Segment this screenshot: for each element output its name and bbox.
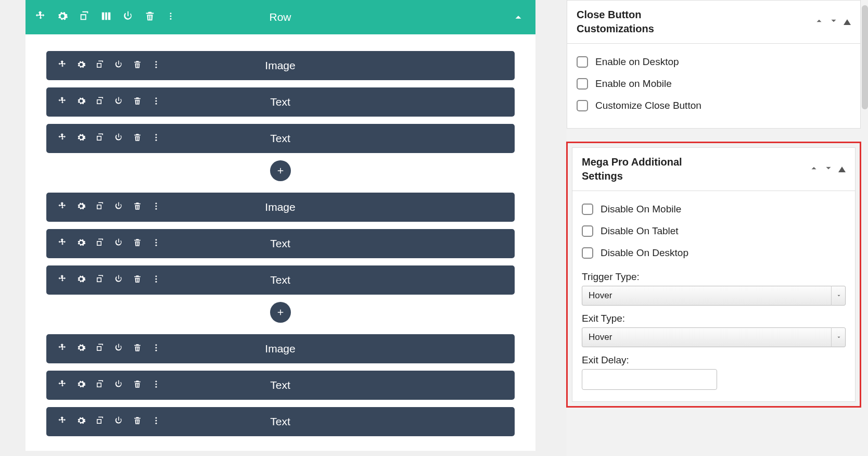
gear-icon[interactable] [76,238,86,249]
duplicate-icon[interactable] [95,238,105,249]
power-icon[interactable] [114,60,123,71]
checkbox[interactable] [577,56,588,68]
content-block[interactable]: Image [46,51,515,80]
gear-icon[interactable] [76,416,86,427]
gear-icon[interactable] [76,379,86,391]
power-icon[interactable] [114,274,123,286]
scrollbar[interactable] [862,5,868,109]
gear-icon[interactable] [76,96,86,108]
block-toolbar [58,274,161,286]
duplicate-icon[interactable] [95,201,105,213]
chevron-down-icon[interactable] [829,16,838,28]
move-icon[interactable] [58,238,67,249]
content-block[interactable]: Image [46,193,515,222]
trash-icon[interactable] [133,416,142,427]
duplicate-icon[interactable] [95,416,105,427]
block-toolbar [58,416,161,427]
content-block[interactable]: Text [46,87,515,117]
content-block[interactable]: Text [46,371,515,400]
chevron-down-icon[interactable] [824,163,833,175]
move-icon[interactable] [35,10,46,24]
duplicate-icon[interactable] [95,379,105,391]
duplicate-icon[interactable] [95,133,105,144]
trash-icon[interactable] [133,379,142,391]
collapse-button[interactable] [513,11,524,23]
move-icon[interactable] [58,379,67,391]
gear-icon[interactable] [76,133,86,144]
columns-icon[interactable] [100,10,112,24]
move-icon[interactable] [58,343,67,354]
move-icon[interactable] [58,96,67,108]
checkbox-row: Enable on Desktop [577,51,851,73]
checkbox[interactable] [582,247,593,259]
trash-icon[interactable] [133,133,142,144]
trash-icon[interactable] [133,60,142,71]
checkbox[interactable] [582,204,593,215]
trash-icon[interactable] [144,10,156,24]
move-icon[interactable] [58,416,67,427]
more-icon[interactable] [166,11,175,23]
power-icon[interactable] [114,133,123,144]
trash-icon[interactable] [133,343,142,354]
exit-type-select[interactable]: Hover [582,327,846,347]
power-icon[interactable] [114,343,123,354]
trigger-type-select[interactable]: Hover [582,286,846,306]
trash-icon[interactable] [133,96,142,108]
power-icon[interactable] [122,10,134,24]
power-icon[interactable] [114,201,123,213]
gear-icon[interactable] [76,201,86,213]
gear-icon[interactable] [76,274,86,286]
power-icon[interactable] [114,238,123,249]
trash-icon[interactable] [133,201,142,213]
content-block[interactable]: Image [46,334,515,363]
panel-header[interactable]: Close Button Customizations [567,1,860,44]
row-body: ImageTextTextImageTextTextImageTextText [25,34,535,451]
content-block[interactable]: Text [46,265,515,295]
more-icon[interactable] [151,274,161,286]
more-icon[interactable] [151,133,161,144]
move-icon[interactable] [58,133,67,144]
gear-icon[interactable] [57,10,68,24]
trash-icon[interactable] [133,274,142,286]
more-icon[interactable] [151,238,161,249]
move-icon[interactable] [58,201,67,213]
power-icon[interactable] [114,416,123,427]
collapse-triangle-icon[interactable] [844,19,851,25]
move-icon[interactable] [58,274,67,286]
content-block[interactable]: Text [46,407,515,436]
more-icon[interactable] [151,201,161,213]
checkbox[interactable] [577,78,588,90]
more-icon[interactable] [151,96,161,108]
duplicate-icon[interactable] [95,96,105,108]
duplicate-icon[interactable] [95,343,105,354]
duplicate-icon[interactable] [95,274,105,286]
trash-icon[interactable] [133,238,142,249]
select-value: Hover [582,327,846,347]
power-icon[interactable] [114,96,123,108]
add-block-button[interactable] [270,302,291,323]
duplicate-icon[interactable] [95,60,105,71]
duplicate-icon[interactable] [79,10,90,24]
more-icon[interactable] [151,343,161,354]
svg-point-17 [155,245,157,246]
more-icon[interactable] [151,379,161,391]
block-title: Image [265,59,295,72]
panel-title: Close Button Customizations [577,8,701,36]
checkbox[interactable] [577,100,588,111]
exit-delay-input[interactable] [582,369,717,390]
content-block[interactable]: Text [46,124,515,153]
svg-point-9 [155,134,157,135]
gear-icon[interactable] [76,60,86,71]
gear-icon[interactable] [76,343,86,354]
more-icon[interactable] [151,60,161,71]
move-icon[interactable] [58,60,67,71]
content-block[interactable]: Text [46,229,515,258]
chevron-up-icon[interactable] [814,16,824,28]
collapse-triangle-icon[interactable] [838,167,846,172]
panel-header[interactable]: Mega Pro Additional Settings [572,148,855,191]
add-block-button[interactable] [270,160,291,181]
power-icon[interactable] [114,379,123,391]
checkbox[interactable] [582,225,593,237]
chevron-up-icon[interactable] [809,163,819,175]
more-icon[interactable] [151,416,161,427]
